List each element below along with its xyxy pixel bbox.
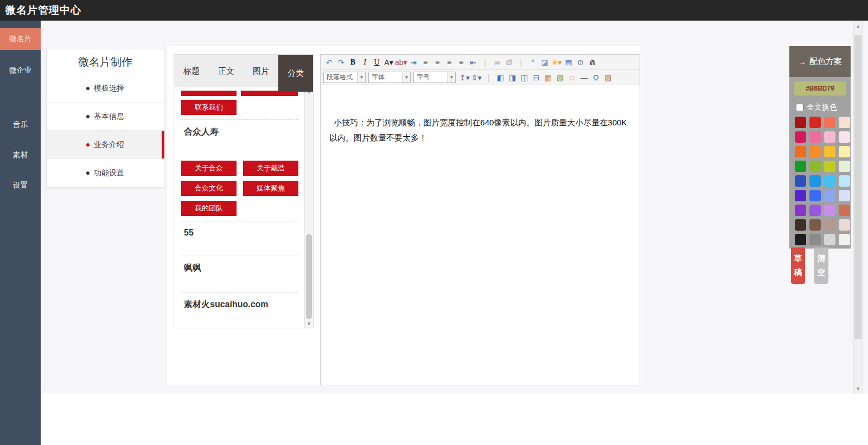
align-center-icon[interactable]: ≡ <box>432 56 443 68</box>
color-swatch[interactable] <box>809 161 821 172</box>
blockquote-icon[interactable]: “ <box>527 56 539 68</box>
color-swatch[interactable] <box>795 131 806 143</box>
color-swatch[interactable] <box>809 117 821 128</box>
align-left-icon[interactable]: ≡ <box>420 56 431 68</box>
color-swatch[interactable] <box>839 219 850 231</box>
color-swatch[interactable] <box>824 146 835 157</box>
category-item[interactable]: 飒飒 <box>181 256 298 293</box>
contact-us-button[interactable]: 联系我们 <box>181 100 237 115</box>
color-swatch[interactable] <box>795 234 806 245</box>
color-swatch[interactable] <box>824 175 835 187</box>
color-swatch[interactable] <box>824 161 835 172</box>
toolbar-select[interactable]: 字号 ▼ <box>413 72 456 83</box>
text-valign-icon[interactable]: ↥▾ <box>459 72 470 84</box>
category-tab[interactable]: 正文 <box>209 55 244 87</box>
clear-button[interactable]: 清空 <box>814 247 828 284</box>
color-swatch[interactable] <box>839 117 850 128</box>
color-swatch[interactable] <box>809 190 821 201</box>
category-tab[interactable]: 标题 <box>174 55 209 87</box>
justify-icon[interactable]: ≡ <box>456 56 467 68</box>
unlink-icon[interactable]: Ø <box>503 56 515 68</box>
paste-as-text-icon[interactable]: ▤ <box>563 56 575 68</box>
sidebar-item[interactable]: 设置 <box>0 175 41 196</box>
color-swatch[interactable] <box>839 146 850 157</box>
toolbar-separator[interactable]: | <box>480 56 491 68</box>
italic-icon[interactable]: I <box>359 56 371 68</box>
category-button[interactable]: 我的团队 <box>181 201 237 216</box>
color-swatch[interactable] <box>839 234 850 245</box>
image-align-right-icon[interactable]: ◫ <box>519 72 530 84</box>
color-swatch[interactable] <box>795 161 806 172</box>
hex-color-input[interactable]: #B6BD79 <box>794 81 846 96</box>
scrollbar-thumb[interactable] <box>854 35 861 339</box>
category-button[interactable]: 关于戴浩 <box>243 161 298 176</box>
highlight-icon[interactable]: ab▾ <box>395 56 407 68</box>
partially-scrolled-button[interactable] <box>181 91 237 96</box>
insert-image-icon[interactable]: ▦ <box>542 72 554 84</box>
image-align-left-icon[interactable]: ◧ <box>495 72 506 84</box>
category-button[interactable]: 合众文化 <box>181 181 237 196</box>
scroll-down-icon[interactable]: ∨ <box>305 321 313 326</box>
scrollbar-thumb[interactable] <box>306 234 312 319</box>
color-swatch[interactable] <box>824 219 835 231</box>
category-tab[interactable]: 分类 <box>278 55 313 92</box>
color-swatch[interactable] <box>795 117 806 128</box>
indent-icon[interactable]: ⇥ <box>408 56 419 68</box>
horizontal-rule-icon[interactable]: — <box>578 72 590 84</box>
toolbar-select[interactable]: 字体 ▼ <box>368 72 411 83</box>
color-swatch[interactable] <box>839 131 850 143</box>
color-swatch[interactable] <box>795 146 806 157</box>
scroll-down-icon[interactable]: ∨ <box>854 386 862 391</box>
toolbar-separator[interactable]: | <box>515 56 527 68</box>
toolbar-separator[interactable]: | <box>483 72 494 84</box>
color-swatch[interactable] <box>824 190 835 201</box>
category-tab[interactable]: 图片 <box>244 55 278 87</box>
color-swatch[interactable] <box>809 205 821 216</box>
image-align-block-icon[interactable]: ⊟ <box>531 72 542 84</box>
panel-nav-item[interactable]: 功能设置 <box>47 159 164 187</box>
underline-icon[interactable]: U <box>371 56 382 68</box>
quick-format-icon[interactable]: ✳▾ <box>551 56 563 68</box>
color-scheme-header[interactable]: → 配色方案 <box>789 46 851 77</box>
font-color-icon[interactable]: A▾ <box>383 56 394 68</box>
color-swatch[interactable] <box>795 190 806 201</box>
category-button[interactable]: 关于合众 <box>181 161 237 176</box>
color-swatch[interactable] <box>839 190 850 201</box>
color-swatch[interactable] <box>809 175 821 187</box>
color-swatch[interactable] <box>839 205 850 216</box>
editor-content[interactable]: 小技巧：为了浏览顺畅，图片宽度控制在640像素以内。图片质量大小尽量在300K以… <box>321 85 640 367</box>
eraser-icon[interactable]: ◪ <box>539 56 551 68</box>
undo-icon[interactable]: ↶ <box>323 56 335 68</box>
align-right-icon[interactable]: ≡ <box>444 56 455 68</box>
sidebar-item[interactable]: 微名片 <box>0 28 41 50</box>
panel-nav-item[interactable]: 基本信息 <box>47 103 164 131</box>
panel-nav-item[interactable]: 业务介绍 <box>47 131 164 159</box>
category-button[interactable]: 媒体聚焦 <box>243 181 298 196</box>
color-swatch[interactable] <box>824 205 835 216</box>
toolbar-select[interactable]: 段落格式 ▼ <box>323 72 366 83</box>
special-char-icon[interactable]: Ω <box>590 72 602 84</box>
line-height-icon[interactable]: ⇕▾ <box>471 72 482 84</box>
color-swatch[interactable] <box>839 175 850 187</box>
sidebar-item[interactable]: 音乐 <box>0 114 41 136</box>
find-replace-icon[interactable]: ⋒ <box>587 56 598 68</box>
category-item[interactable]: 素材火sucaihuo.com <box>181 293 298 328</box>
sidebar-item[interactable]: 微企业 <box>0 60 41 81</box>
color-swatch[interactable] <box>795 219 806 231</box>
bold-icon[interactable]: B <box>347 56 359 68</box>
draft-button[interactable]: 草稿 <box>791 247 805 284</box>
image-align-inline-icon[interactable]: ◨ <box>507 72 518 84</box>
upload-image-icon[interactable]: ▧ <box>554 72 566 84</box>
clipboard-icon[interactable]: ▨ <box>602 72 614 84</box>
panel-nav-item[interactable]: 模板选择 <box>47 74 164 103</box>
color-swatch[interactable] <box>809 234 821 245</box>
scroll-up-icon[interactable]: ∧ <box>854 24 862 29</box>
color-swatch[interactable] <box>809 131 821 143</box>
redo-icon[interactable]: ↷ <box>335 56 347 68</box>
color-swatch[interactable] <box>809 146 821 157</box>
color-swatch[interactable] <box>839 161 850 172</box>
color-swatch[interactable] <box>824 117 835 128</box>
category-scrollbar[interactable]: ∧ ∨ <box>304 87 313 328</box>
outdent-icon[interactable]: ⇤ <box>468 56 479 68</box>
color-swatch[interactable] <box>824 131 835 143</box>
